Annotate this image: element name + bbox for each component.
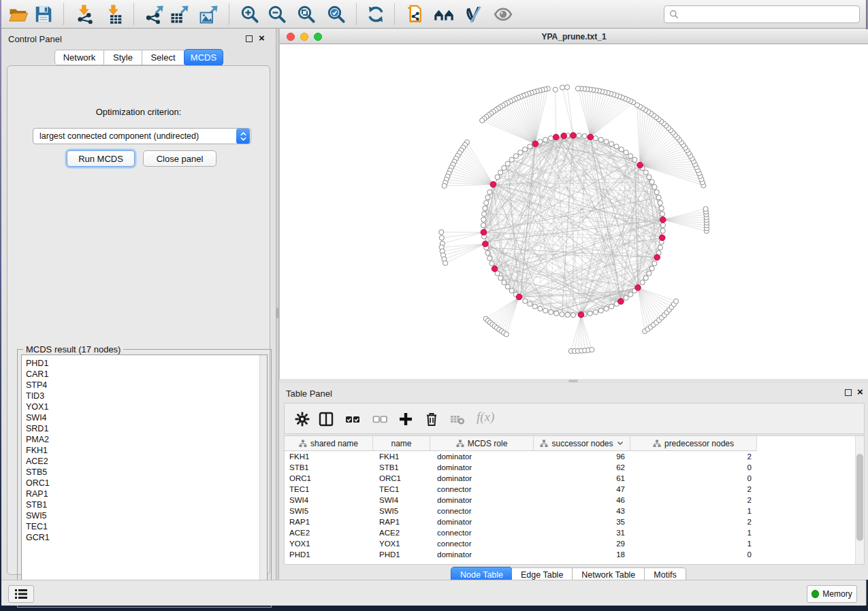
network-node[interactable] [643,170,648,175]
column-header[interactable]: MCDS role [430,436,534,451]
network-node[interactable] [553,87,558,92]
network-node[interactable] [647,175,652,180]
mcds-hub-node[interactable] [492,266,498,272]
network-node[interactable] [619,147,624,152]
import-table-icon[interactable] [103,4,124,24]
network-node[interactable] [660,229,665,233]
network-node[interactable] [609,304,614,309]
toggle-visibility-icon[interactable] [493,4,513,24]
save-session-icon[interactable] [33,4,54,24]
network-window-titlebar[interactable]: YPA_prune.txt_1 [280,29,868,44]
network-node[interactable] [481,217,486,222]
mcds-result-item[interactable]: YOX1 [22,401,267,412]
network-node[interactable] [604,306,609,311]
run-mcds-button[interactable]: Run MCDS [67,150,135,167]
column-header[interactable]: successor nodes [534,436,630,451]
zoom-in-icon[interactable] [240,4,260,24]
table-row[interactable]: RAP1RAP1dominator352 [285,516,855,527]
add-column-icon[interactable] [398,411,414,427]
network-node[interactable] [647,271,652,276]
network-node[interactable] [624,150,628,155]
table-row[interactable]: SWI5SWI5connector431 [285,506,855,516]
network-node[interactable] [652,261,657,266]
network-node[interactable] [505,284,510,289]
network-node[interactable] [523,299,528,303]
network-node[interactable] [643,276,648,280]
network-node[interactable] [624,295,628,300]
table-row[interactable]: STB1STB1dominator620 [285,462,855,473]
network-node[interactable] [577,133,581,138]
network-node[interactable] [628,292,633,297]
network-node[interactable] [656,195,661,200]
network-node[interactable] [658,245,662,250]
network-node[interactable] [703,207,708,212]
table-row[interactable]: SWI4SWI4dominator462 [285,495,855,506]
close-panel-icon[interactable]: × [259,32,265,44]
search-field[interactable] [664,5,860,23]
float-panel-icon[interactable] [845,389,852,396]
mcds-result-item[interactable]: STB5 [22,467,267,478]
tab-select[interactable]: Select [142,50,184,65]
network-node[interactable] [528,301,532,306]
network-node[interactable] [528,144,532,149]
network-node[interactable] [481,212,486,216]
zoom-fit-icon[interactable] [296,4,317,24]
network-node[interactable] [649,266,654,271]
network-node[interactable] [549,136,553,141]
tab-mcds[interactable]: MCDS [184,49,223,66]
column-header[interactable]: predecessor nodes [630,436,757,451]
network-node[interactable] [560,312,564,316]
network-node[interactable] [549,310,553,314]
mcds-result-item[interactable]: CAR1 [22,369,267,380]
network-node[interactable] [442,184,447,188]
first-neighbors-icon[interactable] [434,4,454,24]
mcds-result-item[interactable]: ACE2 [22,456,267,467]
network-node[interactable] [658,201,662,205]
scrollbar-thumb[interactable] [856,454,863,541]
show-graphics-details-icon[interactable] [464,4,484,24]
tab-network[interactable]: Network [54,50,104,65]
column-header[interactable]: name [373,436,430,451]
network-node[interactable] [614,144,619,149]
network-node[interactable] [532,304,537,309]
network-node[interactable] [487,256,492,261]
gear-icon[interactable] [294,411,310,427]
table-row[interactable]: YOX1YOX1connector291 [285,538,855,549]
network-node[interactable] [518,150,523,155]
network-node[interactable] [480,118,485,122]
new-network-from-selection-icon[interactable] [404,4,425,24]
memory-button[interactable]: Memory [807,585,857,603]
network-node[interactable] [443,261,447,265]
mcds-result-item[interactable]: STB1 [22,499,267,510]
mcds-result-item[interactable]: RAP1 [22,489,267,499]
splitter-grip[interactable] [568,380,578,382]
mcds-result-item[interactable]: SRD1 [22,423,267,434]
network-node[interactable] [498,170,503,175]
import-network-icon[interactable] [74,4,95,24]
open-file-icon[interactable] [8,4,29,24]
network-node[interactable] [609,142,614,146]
tab-style[interactable]: Style [104,50,142,65]
network-node[interactable] [483,206,487,211]
splitter-grip[interactable] [276,308,278,318]
network-node[interactable] [481,222,485,227]
mcds-hub-node[interactable] [588,134,594,140]
network-node[interactable] [660,212,664,216]
network-node[interactable] [582,133,587,138]
network-node[interactable] [495,175,500,180]
zoom-out-icon[interactable] [267,4,287,24]
mcds-hub-node[interactable] [483,241,489,247]
close-panel-icon[interactable]: × [857,386,863,398]
network-node[interactable] [598,308,603,313]
refresh-layout-icon[interactable] [366,4,386,24]
network-node[interactable] [513,154,518,159]
network-node[interactable] [640,280,645,285]
network-node[interactable] [654,190,659,195]
mcds-result-item[interactable]: SWI5 [22,510,267,521]
network-node[interactable] [660,222,665,227]
network-node[interactable] [628,154,633,159]
network-node[interactable] [538,306,543,311]
network-node[interactable] [604,139,609,144]
network-node[interactable] [505,161,510,166]
network-node[interactable] [504,332,509,337]
